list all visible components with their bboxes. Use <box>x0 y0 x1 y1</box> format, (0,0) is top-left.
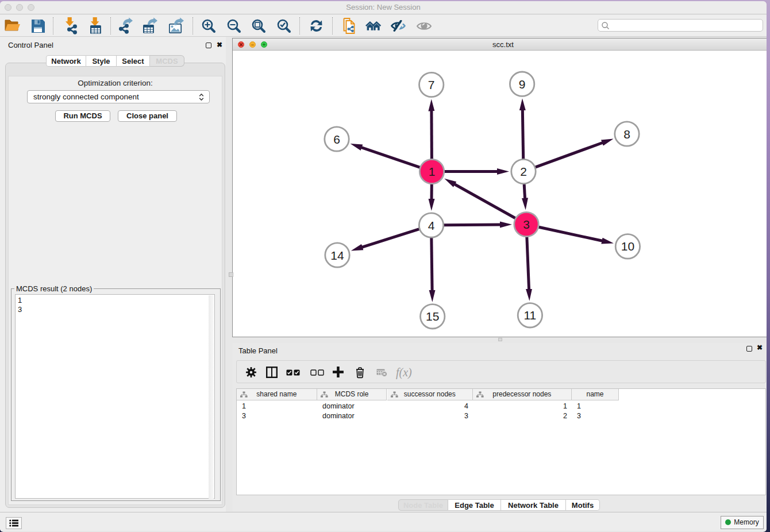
svg-text:7: 7 <box>428 78 435 91</box>
svg-text:11: 11 <box>523 309 536 322</box>
svg-text:15: 15 <box>426 310 439 323</box>
svg-text:8: 8 <box>623 128 630 141</box>
svg-text:10: 10 <box>621 240 634 253</box>
svg-text:9: 9 <box>519 78 526 91</box>
svg-text:2: 2 <box>520 165 527 178</box>
svg-text:14: 14 <box>330 249 344 262</box>
svg-text:6: 6 <box>333 133 340 146</box>
svg-text:4: 4 <box>428 219 435 232</box>
svg-text:3: 3 <box>523 218 530 231</box>
svg-text:1: 1 <box>429 165 436 178</box>
